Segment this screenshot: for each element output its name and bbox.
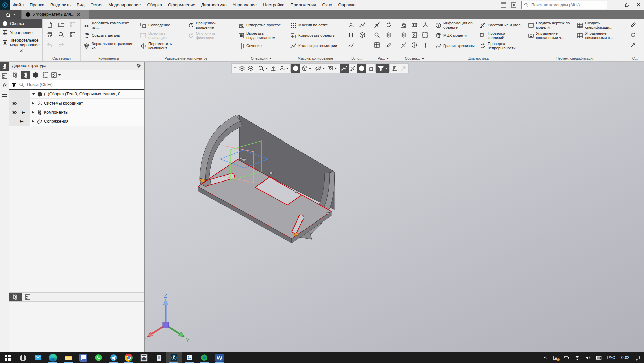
- collision-check-button[interactable]: Проверка коллизий: [478, 30, 522, 41]
- eyedropper-button[interactable]: [399, 64, 408, 73]
- taskbar-kompas-active[interactable]: [166, 352, 182, 363]
- expander-closed-icon[interactable]: [32, 120, 35, 123]
- taskbar-whatsapp[interactable]: [91, 352, 106, 363]
- rotation-rotation-button[interactable]: Вращение-вращение: [186, 20, 234, 30]
- create-drawing-button[interactable]: Создать чертеж по модели: [526, 20, 575, 30]
- action-center-icon[interactable]: [633, 352, 643, 363]
- mass-properties-button[interactable]: МЦХ модели: [434, 30, 478, 41]
- orient-normal-button[interactable]: [269, 64, 278, 73]
- diameter-dimension-button[interactable]: [384, 20, 394, 30]
- image-quality-dropdown-arrow[interactable]: [334, 68, 337, 71]
- continuity-check-button[interactable]: Проверка непрерывности: [478, 41, 522, 51]
- tree-sequence-view-button[interactable]: [11, 71, 20, 79]
- clock[interactable]: 0:02: [619, 355, 632, 360]
- redo-button[interactable]: [56, 40, 66, 50]
- create-specification-button[interactable]: Создать спецификаци...: [575, 20, 625, 30]
- orientation-button[interactable]: [278, 64, 290, 73]
- expander-closed-icon[interactable]: [32, 102, 35, 105]
- tree-row-components[interactable]: ∈ Компоненты: [9, 108, 144, 117]
- taskbar-chrome[interactable]: [121, 352, 136, 363]
- geometry-display-button[interactable]: [366, 64, 375, 73]
- datum-target-button[interactable]: [409, 20, 419, 30]
- command-search-input[interactable]: [531, 2, 605, 8]
- strip-menu-button[interactable]: [0, 90, 9, 99]
- menu-select[interactable]: Выделить: [47, 0, 74, 10]
- ruler-button[interactable]: [399, 40, 409, 50]
- menu-window[interactable]: Окно: [319, 0, 335, 10]
- bottom-tab-tree[interactable]: [9, 293, 22, 301]
- aux-point-button[interactable]: [357, 20, 367, 30]
- tree-row-mates[interactable]: ∈ Сопряжения: [9, 117, 144, 126]
- orientation-dropdown-arrow[interactable]: [286, 68, 289, 71]
- object-info-button[interactable]: Информация об объекте: [434, 20, 478, 30]
- collapse-ribbon-chevron[interactable]: [0, 48, 42, 54]
- control-points-button[interactable]: [340, 64, 349, 73]
- menu-assembly[interactable]: Сборка: [144, 0, 165, 10]
- taskbar-calculator[interactable]: [136, 352, 151, 363]
- simple-hole-button[interactable]: Отверстие простое: [237, 20, 286, 30]
- close-button[interactable]: [633, 0, 644, 10]
- marker-button[interactable]: [420, 30, 430, 40]
- geometry-collection-button[interactable]: Коллекция геометрии: [289, 41, 342, 51]
- visibility-eye-icon[interactable]: [11, 110, 17, 115]
- tree-row-coordinate-systems[interactable]: Системы координат: [9, 99, 144, 108]
- sketch-plane-button[interactable]: [238, 64, 246, 73]
- object-filter-button[interactable]: [376, 64, 389, 73]
- strip-tree-button[interactable]: [0, 62, 9, 71]
- copy-objects-button[interactable]: Копировать объекты: [289, 30, 342, 41]
- image-quality-button[interactable]: [326, 64, 338, 73]
- print-button[interactable]: [45, 30, 55, 40]
- onedrive-sync-icon[interactable]: [551, 352, 561, 363]
- enable-fixation-button[interactable]: Включить фиксацию: [138, 30, 186, 41]
- language-indicator[interactable]: РУС: [605, 355, 618, 360]
- dimension-edit-button[interactable]: [384, 40, 394, 50]
- notations-dropdown-arrow[interactable]: [421, 58, 424, 61]
- add-component-button[interactable]: Добавить компонент из...: [82, 20, 135, 30]
- filter-dropdown-arrow[interactable]: [385, 68, 388, 71]
- textured-display-button[interactable]: [357, 64, 366, 73]
- wireframe-display-button[interactable]: [300, 64, 312, 73]
- dimension-box-button[interactable]: [372, 40, 382, 50]
- document-tab[interactable]: Углодержатель для...: [22, 10, 89, 19]
- menu-modeling[interactable]: Моделирование: [105, 0, 144, 10]
- text-button[interactable]: [420, 40, 430, 50]
- structure-display-button[interactable]: [390, 64, 399, 73]
- sketch-exit-button[interactable]: [246, 64, 255, 73]
- toolbar-drag-handle[interactable]: [233, 65, 237, 72]
- taskbar-mail[interactable]: [30, 352, 45, 363]
- tray-chevron-up[interactable]: [540, 352, 550, 363]
- expander-closed-icon[interactable]: [32, 111, 35, 114]
- wireframe-dropdown-arrow[interactable]: [309, 68, 311, 71]
- aux-imprint-button[interactable]: [357, 30, 367, 40]
- tab-close-icon[interactable]: [77, 12, 81, 16]
- minimize-button[interactable]: [610, 0, 621, 10]
- tree-display-options-button[interactable]: [51, 71, 61, 79]
- taskbar-messenger[interactable]: [76, 352, 91, 363]
- aux-axes-button[interactable]: [346, 20, 356, 30]
- tree-composition-button[interactable]: [31, 71, 40, 79]
- mode-management[interactable]: Управление: [0, 28, 42, 37]
- menu-view[interactable]: Вид: [74, 0, 88, 10]
- manage-linked-specs-button[interactable]: Управление связанными с...: [575, 30, 625, 41]
- gear-icon[interactable]: [136, 63, 142, 68]
- aux-spline-button[interactable]: [346, 40, 356, 50]
- leader-button[interactable]: [420, 20, 430, 30]
- visibility-eye-icon[interactable]: [11, 100, 17, 106]
- taskbar-word[interactable]: [212, 352, 227, 363]
- cut-extrude-button[interactable]: Вырезать выдавливанием: [237, 30, 286, 41]
- aux-plane-button[interactable]: [346, 30, 356, 40]
- dimensions-dropdown-arrow[interactable]: [386, 58, 389, 61]
- viewport-3d[interactable]: Z X Y: [145, 62, 644, 352]
- assembly-model[interactable]: [198, 115, 335, 243]
- start-button[interactable]: [0, 352, 15, 363]
- home-dropdown-arrow[interactable]: [13, 14, 16, 17]
- create-part-button[interactable]: Создать деталь: [82, 30, 135, 41]
- hidden-lines-button[interactable]: [314, 64, 326, 73]
- angular-dimension-button[interactable]: [384, 30, 394, 40]
- tree-search-input[interactable]: [26, 82, 142, 87]
- taskbar-photos[interactable]: [182, 352, 197, 363]
- hole-notation-button[interactable]: [399, 20, 409, 30]
- taskbar-notepad[interactable]: [151, 352, 166, 363]
- move-component-button[interactable]: Переместить компонент: [138, 41, 186, 51]
- shaded-display-button[interactable]: [291, 64, 300, 73]
